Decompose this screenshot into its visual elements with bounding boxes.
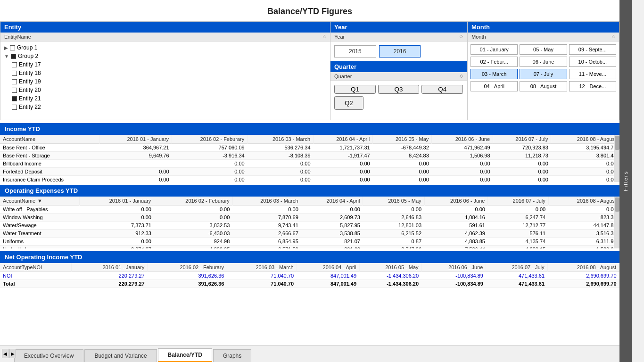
entity-18-checkbox[interactable] [12, 71, 17, 76]
entity-20-checkbox[interactable] [12, 88, 17, 93]
noi-col-feb: 2016 02 - Feburary [148, 263, 227, 272]
quarter-q1-btn[interactable]: Q1 [334, 85, 376, 94]
entity-17-checkbox[interactable] [12, 62, 17, 67]
quarter-header: Quarter [330, 61, 467, 72]
month-oct-btn[interactable]: 10 - Octob... [569, 57, 616, 67]
opex-col-mar: 2016 03 - March [232, 197, 301, 206]
value-cell: 0.00 [301, 206, 363, 214]
quarter-q3-btn[interactable]: Q3 [378, 85, 420, 94]
opex-col-aug: 2016 08 - August [548, 197, 619, 206]
income-col-apr: 2016 04 - April [314, 135, 373, 144]
table-row: Uniforms0.00924.986,854.95-821.070.87-4,… [0, 238, 619, 246]
entity-17-item[interactable]: Entity 17 [4, 60, 326, 69]
value-cell: 44,147.85 [548, 222, 619, 230]
tab-next-arrow[interactable]: ▶ [9, 349, 16, 358]
quarter-subheader: Quarter [334, 74, 352, 79]
value-cell: -823.38 [548, 214, 619, 222]
value-cell: 0.00 [248, 160, 314, 168]
value-cell: 0.00 [488, 206, 548, 214]
value-cell: -100,834.89 [421, 272, 486, 280]
year-buttons: 2015 2016 [330, 41, 467, 61]
year-2015-btn[interactable]: 2015 [334, 45, 376, 58]
account-name-cell: Window Washing [0, 214, 79, 222]
tab-budget-variance[interactable]: Budget and Variance [84, 349, 157, 362]
noi-header: Net Operating Income YTD [0, 251, 619, 263]
year-header: Year [330, 22, 467, 33]
year-filter-icon: ◇ [460, 34, 463, 40]
value-cell: 3,832.53 [154, 222, 232, 230]
opex-scrollbar[interactable] [614, 197, 619, 248]
tab-balance-ytd[interactable]: Balance/YTD [158, 348, 212, 362]
value-cell: 0.00 [373, 160, 432, 168]
value-cell: -2,646.83 [363, 214, 424, 222]
quarter-filter-icon: ◇ [460, 74, 463, 79]
entity-header: Entity [0, 22, 330, 33]
filters-sidebar[interactable]: Filters [619, 0, 632, 362]
month-jul-btn[interactable]: 07 - July [520, 69, 567, 79]
month-dec-btn[interactable]: 12 - Dece... [569, 81, 616, 91]
value-cell: 4,038.15 [488, 246, 548, 249]
value-cell: 0.00 [79, 238, 154, 246]
value-cell: -6,311.90 [548, 238, 619, 246]
value-cell: 0.00 [172, 168, 248, 176]
quarter-q4-btn[interactable]: Q4 [421, 85, 463, 94]
group-1-checkbox[interactable] [10, 45, 15, 50]
value-cell: -1,434,306.20 [359, 280, 421, 288]
month-feb-btn[interactable]: 02 - Febur... [471, 57, 518, 67]
tab-graphs[interactable]: Graphs [213, 349, 251, 362]
account-name-cell: Umbrella Insurance [0, 246, 79, 249]
quarter-q2-btn[interactable]: Q2 [334, 96, 363, 110]
value-cell: -100,834.89 [421, 280, 486, 288]
tab-prev-arrow[interactable]: ◀ [2, 349, 8, 358]
value-cell: 7,373.71 [79, 222, 154, 230]
entity-19-item[interactable]: Entity 19 [4, 77, 326, 86]
value-cell: 220,279.27 [72, 280, 148, 288]
entity-19-checkbox[interactable] [12, 79, 17, 84]
table-row: Water Treatment-912.33-6,430.03-2,666.67… [0, 230, 619, 238]
table-row: Water/Sewage7,373.713,832.539,743.415,82… [0, 222, 619, 230]
group-2-item[interactable]: ▼ Group 2 [4, 52, 326, 60]
income-scrollbar[interactable] [614, 135, 619, 182]
month-jan-btn[interactable]: 01 - January [471, 44, 518, 55]
noi-col-jan: 2016 01 - January [72, 263, 148, 272]
value-cell: 0.00 [172, 176, 248, 182]
month-filter-icon: ◇ [612, 34, 615, 40]
entity-21-checkbox[interactable] [12, 96, 17, 101]
month-jun-btn[interactable]: 06 - June [520, 57, 567, 67]
group-1-item[interactable]: ▶ Group 1 [4, 43, 326, 52]
value-cell: 12,801.03 [363, 222, 424, 230]
entity-22-item[interactable]: Entity 22 [4, 103, 326, 111]
table-row: Base Rent - Storage9,649.76-3,916.34-8,1… [0, 152, 619, 160]
value-cell: 1,506.98 [432, 152, 493, 160]
opex-col-account: AccountName ▼ [0, 197, 79, 206]
year-2016-btn[interactable]: 2016 [379, 45, 421, 58]
value-cell: 0.00 [100, 168, 172, 176]
value-cell: 9,743.41 [232, 222, 301, 230]
value-cell: -678,449.32 [373, 144, 432, 152]
month-nov-btn[interactable]: 11 - Move... [569, 69, 616, 79]
opex-header: Operating Expenses YTD [0, 185, 619, 197]
month-sep-btn[interactable]: 09 - Septe... [569, 44, 616, 55]
value-cell: 0.00 [314, 176, 373, 182]
entity-21-item[interactable]: Entity 21 [4, 94, 326, 103]
entity-18-item[interactable]: Entity 18 [4, 69, 326, 77]
month-may-btn[interactable]: 05 - May [520, 44, 567, 55]
month-apr-btn[interactable]: 04 - April [471, 81, 518, 91]
month-grid: 01 - January 05 - May 09 - Septe... 02 -… [468, 41, 619, 94]
month-aug-btn[interactable]: 08 - August [520, 81, 567, 91]
month-mar-btn[interactable]: 03 - March [471, 69, 518, 79]
opex-sort-icon[interactable]: ▼ [37, 198, 42, 204]
entity-22-checkbox[interactable] [12, 105, 17, 110]
value-cell: 6,854.95 [232, 238, 301, 246]
table-row: Umbrella Insurance2,974.874,889.056,571.… [0, 246, 619, 249]
group-2-checkbox[interactable] [11, 54, 16, 59]
income-col-may: 2016 05 - May [373, 135, 432, 144]
tab-executive-overview[interactable]: Executive Overview [14, 349, 83, 362]
opex-col-jun: 2016 06 - June [424, 197, 488, 206]
table-row: Billboard Income0.000.000.000.000.000.00… [0, 160, 619, 168]
value-cell: -591.61 [424, 222, 488, 230]
noi-table: AccountTypeNOI 2016 01 - January 2016 02… [0, 263, 619, 288]
entity-20-item[interactable]: Entity 20 [4, 86, 326, 94]
value-cell: -1,434,306.20 [359, 272, 421, 280]
income-ytd-header: Income YTD [0, 123, 619, 135]
